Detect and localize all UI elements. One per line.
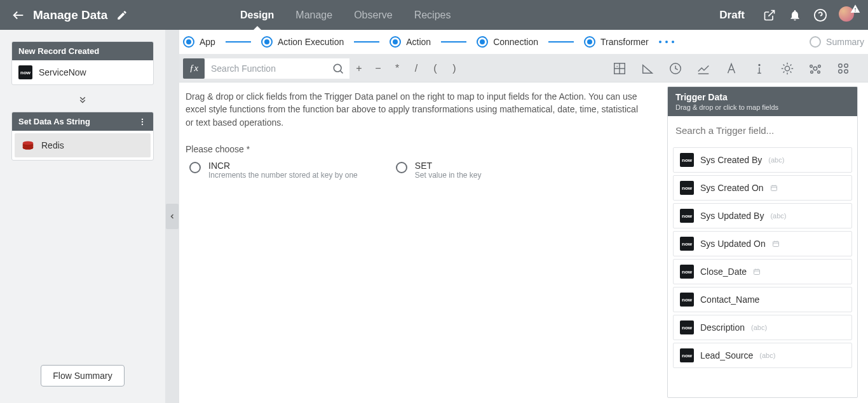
svg-point-30 (810, 65, 813, 67)
step-label: App (200, 37, 215, 47)
step-label: Transformer (600, 37, 649, 47)
step-dots-icon (659, 41, 674, 43)
op-/[interactable]: / (407, 63, 426, 74)
op-+[interactable]: + (349, 63, 369, 74)
info-category-icon[interactable] (752, 62, 766, 76)
tab-recipes[interactable]: Recipes (414, 0, 451, 30)
left-sidebar: New Record Created now ServiceNow Set Da… (0, 30, 165, 403)
servicenow-icon: now (680, 153, 694, 167)
calendar-icon (753, 268, 761, 275)
svg-rect-42 (773, 242, 778, 247)
card-menu-icon[interactable] (138, 117, 147, 126)
step-connection[interactable]: Connection (477, 36, 538, 48)
option-group: INCRIncrements the number stored at key … (179, 161, 662, 180)
svg-rect-38 (771, 186, 776, 191)
step-label: Action (406, 37, 431, 47)
svg-point-6 (142, 123, 143, 124)
settings-category-icon[interactable] (836, 62, 850, 76)
op-)[interactable]: ) (445, 63, 464, 74)
top-tabs: Design Manage Observe Recipes (240, 0, 451, 30)
option-desc: Set value in the key (415, 171, 482, 180)
flow-summary-button[interactable]: Flow Summary (41, 365, 124, 386)
svg-point-20 (785, 66, 789, 70)
step-connector-icon (226, 41, 251, 43)
svg-point-33 (818, 70, 820, 73)
tab-observe[interactable]: Observe (354, 0, 392, 30)
collapse-left-icon[interactable] (166, 204, 179, 229)
op-*[interactable]: * (388, 63, 407, 74)
action-card-header: Set Data As String (12, 112, 153, 131)
math-category-icon[interactable]: + (613, 62, 627, 76)
fx-icon[interactable]: ƒx (183, 58, 205, 79)
step-action-execution[interactable]: Action Execution (261, 36, 344, 48)
servicenow-icon: now (680, 265, 694, 279)
stepper-bar: AppAction ExecutionActionConnectionTrans… (179, 30, 868, 55)
stats-category-icon[interactable] (696, 62, 710, 76)
trigger-field[interactable]: nowClose_Date (673, 259, 852, 284)
tab-design[interactable]: Design (240, 0, 274, 30)
action-app-item[interactable]: Redis (15, 133, 151, 157)
flow-arrow-icon (11, 94, 154, 105)
step-transformer[interactable]: Transformer (584, 36, 649, 48)
svg-text:+: + (616, 64, 618, 68)
type-abc-icon: (abc) (759, 352, 775, 359)
trigger-field-label: Sys Created By (700, 155, 762, 165)
servicenow-icon: now (680, 209, 694, 223)
angle-category-icon[interactable] (641, 62, 654, 76)
trigger-field[interactable]: nowSys Updated By(abc) (673, 203, 852, 228)
trigger-field[interactable]: nowSys Created By(abc) (673, 147, 852, 173)
operator-group: +−*/() (349, 58, 464, 79)
trigger-field[interactable]: nowSys Updated On (673, 231, 852, 256)
choose-label: Please choose * (179, 133, 662, 161)
trigger-field[interactable]: nowDescription(abc) (673, 315, 852, 340)
action-card[interactable]: Set Data As String Redis (11, 112, 154, 161)
trigger-field[interactable]: nowLead_Source(abc) (673, 343, 852, 368)
option-set[interactable]: SETSet value in the key (396, 161, 482, 180)
time-category-icon[interactable] (668, 62, 682, 76)
trigger-field-list[interactable]: nowSys Created By(abc)nowSys Created Onn… (668, 145, 857, 397)
status-draft: Draft (719, 9, 745, 22)
calendar-icon (772, 240, 780, 248)
step-label: Connection (493, 37, 538, 47)
misc-category-icon[interactable] (808, 62, 822, 76)
step-label: Summary (826, 37, 864, 47)
trigger-field[interactable]: nowSys Created On (673, 175, 852, 201)
sidebar-collapse-handle (165, 30, 179, 403)
radio-icon[interactable] (189, 162, 201, 173)
back-arrow-icon[interactable] (11, 8, 25, 22)
open-external-icon[interactable] (763, 8, 776, 22)
bell-icon[interactable] (788, 8, 802, 22)
trigger-app-item[interactable]: now ServiceNow (12, 60, 153, 84)
svg-point-17 (759, 64, 760, 65)
servicenow-icon: now (680, 348, 694, 362)
trigger-search-input[interactable] (674, 121, 851, 140)
user-avatar[interactable] (839, 6, 857, 24)
trigger-field[interactable]: nowContact_Name (673, 287, 852, 312)
svg-point-29 (813, 67, 817, 70)
option-desc: Increments the number stored at key by o… (208, 171, 358, 180)
step-action[interactable]: Action (390, 36, 431, 48)
tab-manage[interactable]: Manage (295, 0, 332, 30)
edit-pencil-icon[interactable] (115, 8, 129, 22)
trigger-field-label: Sys Created On (700, 183, 764, 193)
step-app[interactable]: App (183, 36, 215, 48)
trigger-field-label: Description (700, 322, 745, 333)
svg-line-1 (768, 10, 774, 16)
function-search-input[interactable] (205, 58, 332, 79)
option-incr[interactable]: INCRIncrements the number stored at key … (189, 161, 358, 180)
trigger-field-label: Close_Date (700, 267, 747, 277)
calendar-icon (770, 184, 778, 192)
trigger-card[interactable]: New Record Created now ServiceNow (11, 41, 154, 85)
op-([interactable]: ( (426, 63, 445, 74)
text-category-icon[interactable] (724, 62, 738, 76)
function-bar: ƒx +−*/() + (179, 55, 868, 83)
op-−[interactable]: − (369, 63, 388, 74)
svg-rect-46 (754, 270, 760, 275)
svg-point-5 (142, 121, 143, 122)
trigger-field-label: Contact_Name (700, 294, 759, 305)
logic-category-icon[interactable] (780, 62, 794, 76)
radio-icon[interactable] (396, 162, 407, 173)
step-summary[interactable]: Summary (810, 36, 864, 48)
search-icon[interactable] (332, 62, 344, 75)
help-icon[interactable] (813, 8, 827, 22)
